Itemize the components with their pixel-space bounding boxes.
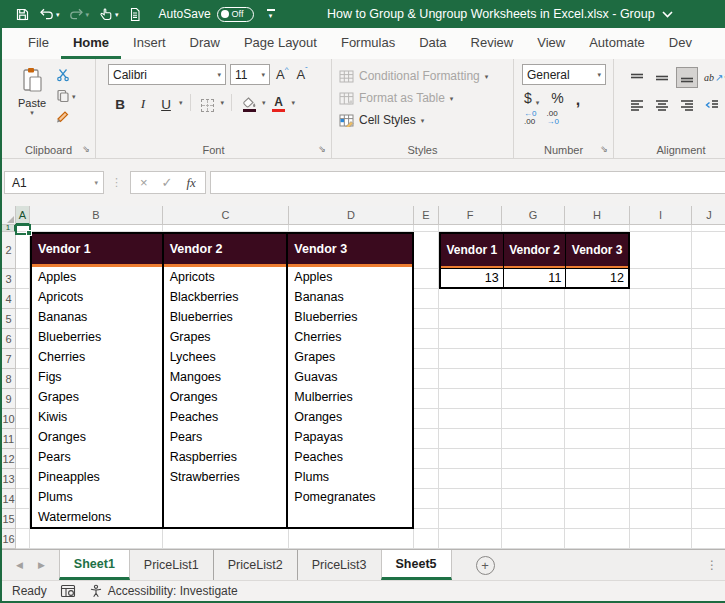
cell-A15[interactable] xyxy=(16,509,30,529)
undo-button[interactable]: ▾ xyxy=(39,7,60,21)
cell-J14[interactable] xyxy=(692,489,725,509)
font-name-combo[interactable]: Calibri ▾ xyxy=(108,64,226,85)
cell-J13[interactable] xyxy=(692,469,725,489)
cell-J3[interactable] xyxy=(692,269,725,289)
cell-J6[interactable] xyxy=(692,329,725,349)
column-header-J[interactable]: J xyxy=(692,206,725,225)
format-painter-button[interactable] xyxy=(56,108,76,126)
cell-E11[interactable] xyxy=(414,429,439,449)
summary-value-cell[interactable]: 13 xyxy=(441,268,503,287)
new-sheet-button[interactable]: + xyxy=(476,556,495,575)
cell-C1[interactable] xyxy=(163,225,289,232)
row-header-9[interactable]: 9 xyxy=(2,389,16,409)
cell-G13[interactable] xyxy=(502,469,565,489)
fruit-cell[interactable]: Blackberries xyxy=(164,287,287,307)
cell-J5[interactable] xyxy=(692,309,725,329)
tab-strip-more-icon[interactable]: ⋮ xyxy=(706,550,725,580)
fruit-cell[interactable]: Blueberries xyxy=(32,327,162,347)
summary-header-cell[interactable]: Vendor 3 xyxy=(566,234,628,268)
cell-G16[interactable] xyxy=(502,529,565,549)
row-header-1[interactable]: 1 xyxy=(2,225,16,232)
column-header-G[interactable]: G xyxy=(502,206,565,225)
ribbon-tab-data[interactable]: Data xyxy=(407,28,458,59)
fruit-cell[interactable] xyxy=(164,507,287,527)
sheet-tab-sheet1[interactable]: Sheet1 xyxy=(59,550,130,580)
autosave-toggle[interactable]: Off xyxy=(217,7,254,22)
decrease-indent-button[interactable] xyxy=(701,94,723,115)
cancel-button[interactable]: × xyxy=(140,175,148,190)
cell-E12[interactable] xyxy=(414,449,439,469)
cell-J15[interactable] xyxy=(692,509,725,529)
cell-H6[interactable] xyxy=(565,329,630,349)
cell-H5[interactable] xyxy=(565,309,630,329)
accessibility-status[interactable]: Accessibility: Investigate xyxy=(89,584,238,598)
fruit-cell[interactable]: Apricots xyxy=(32,287,162,307)
font-size-combo[interactable]: 11 ▾ xyxy=(230,64,270,85)
fruit-cell[interactable]: Oranges xyxy=(32,427,162,447)
fruit-cell[interactable]: Blueberries xyxy=(288,307,412,327)
cell-E1[interactable] xyxy=(414,225,439,232)
row-header-3[interactable]: 3 xyxy=(2,269,16,289)
autosave-control[interactable]: AutoSave Off xyxy=(159,7,254,22)
ribbon-tab-dev[interactable]: Dev xyxy=(657,28,704,59)
cell-J4[interactable] xyxy=(692,289,725,309)
cell-A11[interactable] xyxy=(16,429,30,449)
cell-G8[interactable] xyxy=(502,369,565,389)
sheet-tab-pricelist2[interactable]: PriceList2 xyxy=(213,550,297,580)
select-all-corner[interactable] xyxy=(2,206,16,225)
cell-H16[interactable] xyxy=(565,529,630,549)
row-header-10[interactable]: 10 xyxy=(2,409,16,429)
row-header-8[interactable]: 8 xyxy=(2,369,16,389)
cell-G10[interactable] xyxy=(502,409,565,429)
fruit-cell[interactable]: Oranges xyxy=(288,407,412,427)
cell-C16[interactable] xyxy=(163,529,289,549)
cell-I8[interactable] xyxy=(630,369,692,389)
summary-header-cell[interactable]: Vendor 2 xyxy=(504,234,566,268)
column-header-A[interactable]: A xyxy=(16,206,30,225)
cell-F1[interactable] xyxy=(439,225,502,232)
fill-handle[interactable] xyxy=(26,230,32,236)
cell-F16[interactable] xyxy=(439,529,502,549)
fruit-cell[interactable]: Peaches xyxy=(288,447,412,467)
cell-I1[interactable] xyxy=(630,225,692,232)
row-header-11[interactable]: 11 xyxy=(2,429,16,449)
row-header-12[interactable]: 12 xyxy=(2,449,16,469)
fruit-cell[interactable]: Apples xyxy=(32,267,162,287)
cell-I9[interactable] xyxy=(630,389,692,409)
fruit-cell[interactable]: Cherries xyxy=(288,327,412,347)
cell-E14[interactable] xyxy=(414,489,439,509)
cell-E13[interactable] xyxy=(414,469,439,489)
cell-A14[interactable] xyxy=(16,489,30,509)
cell-E9[interactable] xyxy=(414,389,439,409)
print-preview-button[interactable] xyxy=(128,7,142,22)
fruit-cell[interactable]: Bananas xyxy=(32,307,162,327)
fruit-cell[interactable]: Mulberries xyxy=(288,387,412,407)
fruit-cell[interactable]: Grapes xyxy=(288,347,412,367)
cut-button[interactable] xyxy=(56,66,76,84)
save-button[interactable] xyxy=(15,7,30,22)
ribbon-tab-review[interactable]: Review xyxy=(459,28,526,59)
fruit-cell[interactable]: Pomegranates xyxy=(288,487,412,507)
orientation-button[interactable]: ab ↗ ▾ xyxy=(701,67,725,88)
cell-G1[interactable] xyxy=(502,225,565,232)
cell-A12[interactable] xyxy=(16,449,30,469)
cell-D1[interactable] xyxy=(289,225,414,232)
fruit-cell[interactable]: Kiwis xyxy=(32,407,162,427)
cell-G4[interactable] xyxy=(502,289,565,309)
summary-value-cell[interactable]: 11 xyxy=(504,268,566,287)
bold-button[interactable]: B xyxy=(110,93,130,112)
fruit-cell[interactable]: Oranges xyxy=(164,387,287,407)
customize-qat-button[interactable]: ▾ xyxy=(267,9,275,19)
conditional-formatting-button[interactable]: Conditional Formatting ▾ xyxy=(332,65,513,87)
fruit-cell[interactable]: Figs xyxy=(32,367,162,387)
cell-F13[interactable] xyxy=(439,469,502,489)
cell-A7[interactable] xyxy=(16,349,30,369)
cell-H14[interactable] xyxy=(565,489,630,509)
decrease-font-size-button[interactable]: Aˇ xyxy=(294,67,309,82)
row-header-14[interactable]: 14 xyxy=(2,489,16,509)
vendor-header-cell[interactable]: Vendor 2 xyxy=(164,234,287,267)
cell-F5[interactable] xyxy=(439,309,502,329)
ribbon-tab-draw[interactable]: Draw xyxy=(178,28,232,59)
cell-E15[interactable] xyxy=(414,509,439,529)
fruit-cell[interactable]: Apples xyxy=(288,267,412,287)
